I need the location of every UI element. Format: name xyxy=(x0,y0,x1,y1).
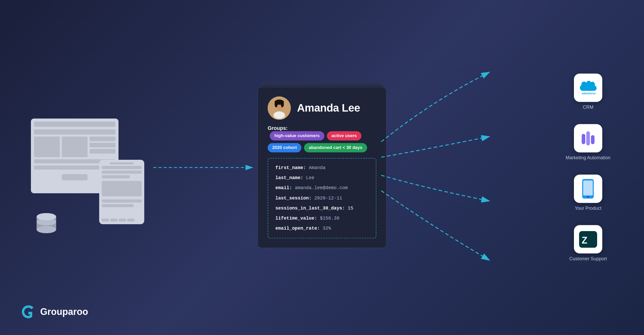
profile-card-section: Amanda Lee Groups: high-value customers … xyxy=(258,87,386,248)
svg-point-18 xyxy=(587,196,589,198)
svg-rect-17 xyxy=(583,181,593,196)
avatar xyxy=(268,96,291,120)
main-container: Amanda Lee Groups: high-value customers … xyxy=(0,0,644,335)
brand-name: Grouparoo xyxy=(40,306,88,317)
support-label: Customer Support xyxy=(569,256,607,262)
field-lifetime-value: lifetime_value: $156.30 xyxy=(275,215,369,222)
svg-point-11 xyxy=(274,111,285,119)
marketing-label: Marketing Automation xyxy=(566,155,611,161)
logo-icon xyxy=(21,304,36,320)
profile-header: Amanda Lee xyxy=(268,96,376,120)
salesforce-icon: salesforce xyxy=(574,74,602,102)
marketing-automation-icon xyxy=(574,124,602,153)
tag-2020-cohort: 2020 cohort xyxy=(268,143,301,152)
card-stack: Amanda Lee Groups: high-value customers … xyxy=(258,87,386,248)
browser-bar xyxy=(34,122,115,127)
crm-label: CRM xyxy=(583,105,593,110)
groups-label: Groups: xyxy=(268,125,288,131)
field-email-open-rate: email_open_rate: 32% xyxy=(275,225,369,232)
profile-name: Amanda Lee xyxy=(297,102,360,114)
field-first-name: first_name: Amanda xyxy=(275,165,369,171)
tag-high-value: high-value customers xyxy=(270,131,324,140)
destinations-section: salesforce CRM Marketing Automation xyxy=(566,74,611,262)
tag-abandoned-cart: abandoned cart < 30 days xyxy=(304,143,367,152)
product-icon xyxy=(574,175,602,203)
groups-tags-row1: high-value customers active users xyxy=(270,131,361,140)
profile-card: Amanda Lee Groups: high-value customers … xyxy=(258,87,386,248)
svg-point-2 xyxy=(37,226,56,233)
svg-text:salesforce: salesforce xyxy=(582,91,596,95)
mobile-mockup xyxy=(99,160,144,224)
field-last-name: last_name: Lee xyxy=(275,175,369,181)
data-source-section xyxy=(31,119,124,216)
svg-point-4 xyxy=(37,213,56,220)
product-label: Your Product xyxy=(575,206,601,211)
tag-active-users: active users xyxy=(327,131,361,140)
destination-product: Your Product xyxy=(574,175,602,211)
destination-marketing: Marketing Automation xyxy=(566,124,611,161)
database-icon xyxy=(33,210,59,237)
field-sessions: sessions_in_last_30_days: 15 xyxy=(275,205,369,212)
svg-rect-14 xyxy=(586,131,590,145)
zendesk-icon: Z xyxy=(574,225,602,254)
groups-tags-row2: 2020 cohort abandoned cart < 30 days xyxy=(268,143,376,152)
svg-point-10 xyxy=(281,101,284,107)
logo-section: Grouparoo xyxy=(21,304,88,320)
svg-point-9 xyxy=(275,101,278,107)
destination-crm: salesforce CRM xyxy=(574,74,602,110)
field-last-session: last_session: 2020-12-11 xyxy=(275,195,369,202)
svg-rect-15 xyxy=(591,135,595,144)
data-fields-box: first_name: Amanda last_name: Lee email:… xyxy=(268,158,376,238)
destination-support: Z Customer Support xyxy=(569,225,607,262)
groups-section: Groups: high-value customers active user… xyxy=(268,125,376,152)
field-email: email: amanda.lee@demo.com xyxy=(275,185,369,191)
svg-text:Z: Z xyxy=(582,235,587,245)
svg-rect-13 xyxy=(582,134,585,144)
